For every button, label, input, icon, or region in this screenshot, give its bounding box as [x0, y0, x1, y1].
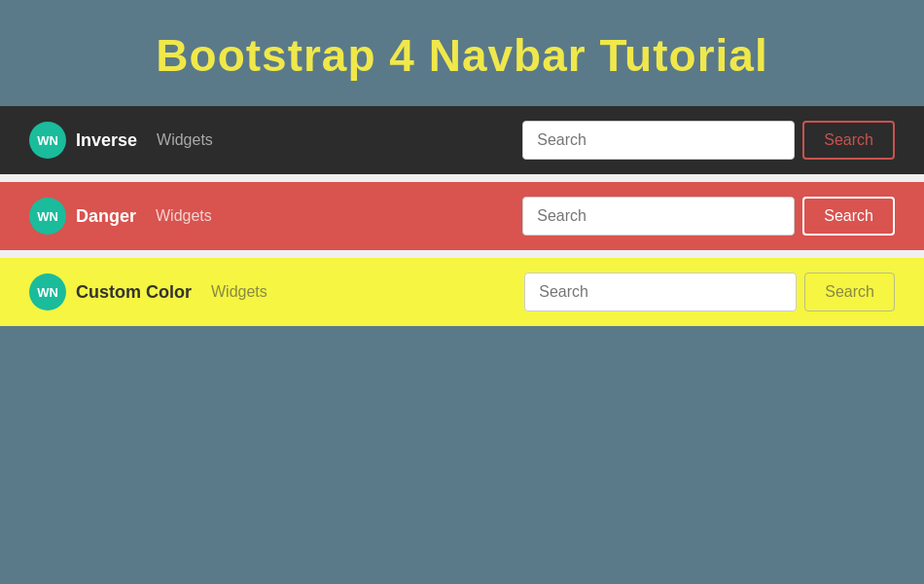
brand-logo-text-inverse: WN [37, 133, 58, 148]
brand-logo-custom: WN [29, 274, 66, 310]
separator-2 [0, 250, 924, 258]
search-button-danger[interactable]: Search [802, 197, 895, 236]
brand-name-danger: Danger [76, 206, 136, 227]
brand-logo-danger: WN [29, 198, 66, 235]
navbar-nav-inverse: Widgets [157, 131, 213, 149]
navbar-brand-danger: WN Danger [29, 198, 136, 235]
brand-logo-text-danger: WN [37, 209, 58, 224]
navbar-inverse: WN Inverse Widgets Search [0, 106, 924, 174]
search-input-danger[interactable] [522, 197, 795, 236]
search-button-inverse[interactable]: Search [802, 121, 895, 160]
brand-name-inverse: Inverse [76, 130, 137, 151]
search-input-custom[interactable] [524, 273, 797, 311]
navbar-danger: WN Danger Widgets Search [0, 182, 924, 250]
navbar-brand-custom: WN Custom Color [29, 274, 192, 310]
navbar-brand-inverse: WN Inverse [29, 122, 137, 159]
brand-logo-inverse: WN [29, 122, 66, 159]
navbar-nav-custom: Widgets [211, 283, 267, 301]
navbar-custom: WN Custom Color Widgets Search [0, 258, 924, 326]
search-input-inverse[interactable] [522, 121, 795, 160]
navbars-container: WN Inverse Widgets Search WN Danger Widg… [0, 106, 924, 326]
nav-link-widgets-danger[interactable]: Widgets [156, 207, 212, 225]
navbar-nav-danger: Widgets [156, 207, 212, 225]
brand-logo-text-custom: WN [37, 285, 58, 300]
navbar-form-inverse: Search [522, 121, 895, 160]
nav-link-widgets-custom[interactable]: Widgets [211, 283, 267, 301]
separator-1 [0, 174, 924, 182]
search-button-custom[interactable]: Search [804, 273, 895, 311]
nav-link-widgets-inverse[interactable]: Widgets [157, 131, 213, 149]
page-title: Bootstrap 4 Navbar Tutorial [0, 0, 924, 106]
navbar-form-custom: Search [524, 273, 895, 311]
navbar-form-danger: Search [522, 197, 895, 236]
brand-name-custom: Custom Color [76, 282, 192, 303]
